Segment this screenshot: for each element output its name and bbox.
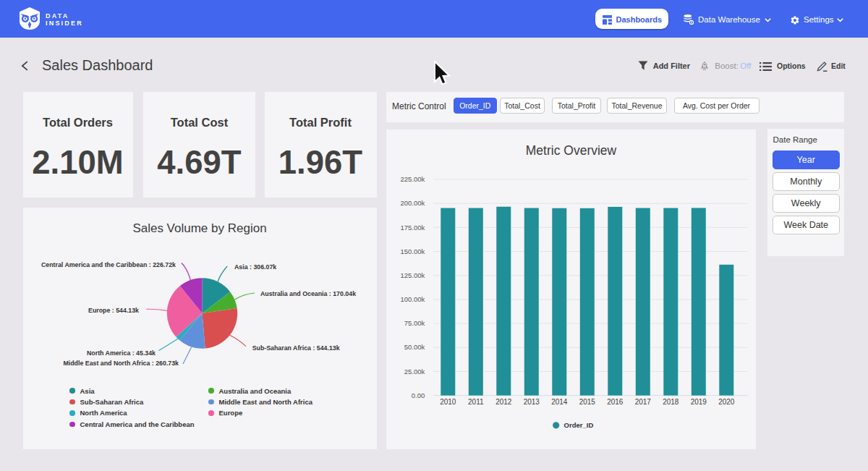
svg-text:2014: 2014 (551, 398, 568, 406)
svg-text:150.00k: 150.00k (400, 247, 425, 255)
svg-text:100.00k: 100.00k (400, 295, 425, 303)
svg-text:2011: 2011 (468, 398, 484, 406)
svg-text:Order_ID: Order_ID (564, 421, 594, 429)
svg-text:2013: 2013 (524, 398, 540, 406)
svg-text:200.00k: 200.00k (400, 199, 425, 207)
svg-text:2019: 2019 (691, 398, 707, 406)
svg-text:2018: 2018 (663, 398, 679, 406)
svg-text:25.00k: 25.00k (404, 368, 425, 375)
svg-text:0.00: 0.00 (412, 391, 425, 399)
svg-text:2010: 2010 (440, 398, 456, 406)
svg-text:2020: 2020 (718, 398, 735, 406)
svg-text:125.00k: 125.00k (400, 271, 425, 279)
svg-text:225.00k: 225.00k (400, 175, 425, 183)
svg-text:175.00k: 175.00k (400, 224, 425, 232)
svg-text:50.00k: 50.00k (404, 343, 425, 351)
svg-text:2012: 2012 (495, 398, 512, 406)
svg-text:75.00k: 75.00k (404, 319, 425, 327)
svg-text:2015: 2015 (579, 398, 596, 406)
svg-text:2017: 2017 (635, 398, 652, 406)
svg-text:2016: 2016 (607, 398, 624, 406)
